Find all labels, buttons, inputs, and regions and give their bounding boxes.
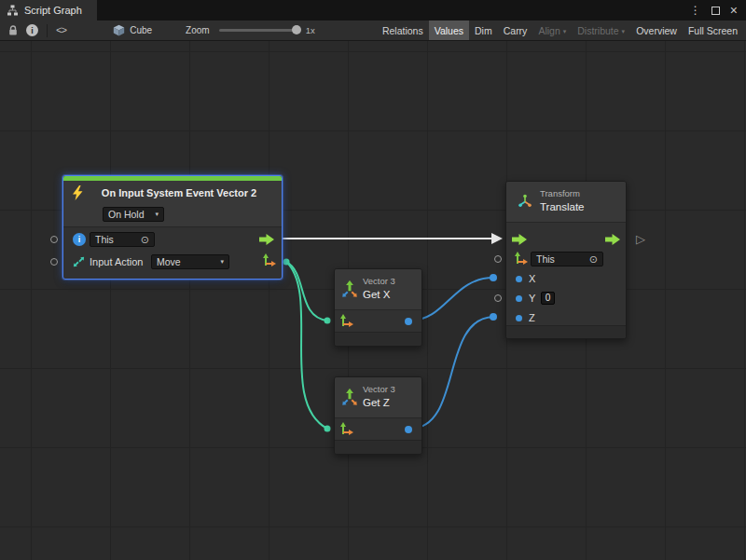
vector3-icon xyxy=(340,280,359,299)
chevron-down-icon: ▾ xyxy=(622,28,626,34)
node-translate[interactable]: Transform Translate ▷ This ⊙ X Y 0 Z xyxy=(505,181,627,339)
transform-port-icon xyxy=(514,252,528,266)
node-category: Transform xyxy=(540,188,580,198)
node-category: Vector 3 xyxy=(363,276,395,286)
float-output-port[interactable] xyxy=(405,426,412,433)
float-output-port[interactable] xyxy=(405,318,412,325)
info-icon: i xyxy=(26,24,38,36)
close-icon[interactable]: × xyxy=(730,4,738,17)
z-label: Z xyxy=(529,308,535,327)
tab-script-graph[interactable]: Script Graph xyxy=(0,0,97,20)
event-mode-dropdown[interactable]: On Hold ▾ xyxy=(103,207,164,222)
align-label: Align xyxy=(538,25,560,36)
flow-input-port[interactable] xyxy=(512,234,527,245)
window-titlebar: Script Graph ⋮ × xyxy=(0,0,746,20)
distribute-button[interactable]: Distribute ▾ xyxy=(572,20,630,40)
node-header: Vector 3 Get X xyxy=(335,269,421,310)
maximize-icon[interactable] xyxy=(711,7,720,15)
this-label: This xyxy=(95,234,114,245)
input-action-icon xyxy=(72,255,86,268)
zoom-label: Zoom xyxy=(186,25,210,35)
values-button[interactable]: Values xyxy=(429,20,469,40)
node-footer xyxy=(506,325,626,338)
y-unconnected-port[interactable] xyxy=(494,294,502,302)
x-input-port[interactable] xyxy=(516,276,522,282)
toolbar-separator xyxy=(47,24,48,37)
flow-output-port[interactable] xyxy=(259,234,274,245)
node-get-x[interactable]: Vector 3 Get X xyxy=(334,268,422,347)
vector2-output-port[interactable] xyxy=(262,253,276,267)
vector3-icon xyxy=(340,389,359,407)
graph-context-breadcrumb[interactable]: Cube xyxy=(113,24,152,36)
graph-toolbar: i <> Cube Zoom 1x Relations Values Dim C… xyxy=(0,20,746,41)
wire-getx-to-x[interactable] xyxy=(410,278,493,321)
tab-label: Script Graph xyxy=(24,5,82,16)
input-action-value: Move xyxy=(157,256,181,267)
node-title: Get Z xyxy=(363,397,390,408)
translate-this-selector[interactable]: This ⊙ xyxy=(531,252,603,266)
lock-button[interactable] xyxy=(4,20,22,40)
event-input-port[interactable] xyxy=(50,236,58,243)
node-category: Vector 3 xyxy=(363,384,395,394)
event-mode-value: On Hold xyxy=(108,209,145,220)
node-footer xyxy=(335,440,421,454)
event-this-selector[interactable]: This ⊙ xyxy=(90,232,155,247)
context-label: Cube xyxy=(130,25,152,35)
zoom-slider[interactable] xyxy=(219,29,299,32)
node-title: Get X xyxy=(363,289,390,300)
z-input-port[interactable] xyxy=(516,315,522,321)
wire-vector2-to-getz[interactable] xyxy=(286,262,327,429)
flow-continuation-port[interactable]: ▷ xyxy=(636,230,645,249)
transform-icon xyxy=(518,194,532,209)
inspect-button[interactable]: i xyxy=(22,20,42,40)
edit-source-button[interactable]: <> xyxy=(52,20,70,40)
node-on-input-system-event[interactable]: On Input System Event Vector 2 On Hold ▾… xyxy=(62,175,283,280)
wire-getz-to-z[interactable] xyxy=(410,317,493,429)
y-input-port[interactable] xyxy=(516,295,522,302)
y-label: Y xyxy=(529,288,535,308)
vector3-input-port[interactable] xyxy=(339,314,353,328)
node-header: Vector 3 Get Z xyxy=(335,377,421,418)
flow-output-port[interactable] xyxy=(605,234,620,245)
zoom-value: 1x xyxy=(306,25,315,35)
kebab-menu-icon[interactable]: ⋮ xyxy=(690,5,701,16)
info-icon: i xyxy=(73,233,86,246)
carry-button[interactable]: Carry xyxy=(498,20,533,40)
fullscreen-button[interactable]: Full Screen xyxy=(683,20,746,40)
x-label: X xyxy=(529,269,535,288)
node-get-z[interactable]: Vector 3 Get Z xyxy=(334,376,422,455)
graph-icon xyxy=(7,5,19,17)
vector3-input-port[interactable] xyxy=(339,422,353,436)
chevron-down-icon: ▾ xyxy=(220,258,224,266)
chevron-down-icon: ▾ xyxy=(563,28,567,34)
node-header: Transform Translate xyxy=(506,182,626,223)
distribute-label: Distribute xyxy=(577,25,618,36)
zoom-control: Zoom 1x xyxy=(186,25,315,35)
lock-icon xyxy=(7,24,19,36)
node-title: On Input System Event Vector 2 xyxy=(80,181,278,205)
zoom-slider-handle[interactable] xyxy=(292,25,301,34)
overview-button[interactable]: Overview xyxy=(630,20,683,40)
chevron-down-icon: ▾ xyxy=(155,211,159,218)
toolbar-buttons: Relations Values Dim Carry Align ▾ Distr… xyxy=(377,20,746,40)
y-value-input[interactable]: 0 xyxy=(541,292,555,305)
this-input-port[interactable] xyxy=(494,255,502,263)
input-action-label: Input Action xyxy=(90,251,144,273)
event-node-header: On Input System Event Vector 2 On Hold ▾ xyxy=(63,181,282,227)
align-button[interactable]: Align ▾ xyxy=(532,20,572,40)
target-icon: ⊙ xyxy=(589,254,598,265)
target-icon: ⊙ xyxy=(141,235,149,245)
graph-canvas[interactable]: On Input System Event Vector 2 On Hold ▾… xyxy=(0,41,746,560)
event-input-port[interactable] xyxy=(50,258,58,266)
relations-button[interactable]: Relations xyxy=(377,20,429,40)
flow-wire-arrowhead xyxy=(491,233,503,244)
cube-icon xyxy=(113,24,125,36)
input-action-dropdown[interactable]: Move ▾ xyxy=(151,254,229,269)
node-title: Translate xyxy=(540,201,585,212)
node-footer xyxy=(335,332,421,346)
dim-button[interactable]: Dim xyxy=(469,20,498,40)
window-controls: ⋮ × xyxy=(690,0,746,20)
this-label: This xyxy=(536,253,555,265)
